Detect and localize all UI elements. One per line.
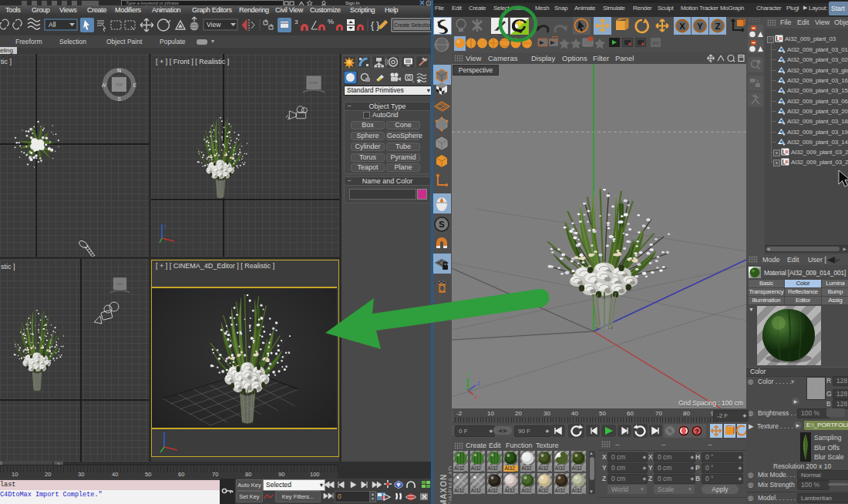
svg-text:LEFT: LEFT <box>117 283 123 286</box>
svg-text:E: E <box>133 82 136 88</box>
svg-text:X: X <box>474 395 478 400</box>
svg-text:Z: Z <box>715 22 721 31</box>
svg-text:W: W <box>102 82 106 88</box>
svg-text:N: N <box>117 68 121 73</box>
svg-text:{ }: { } <box>371 20 379 31</box>
svg-text:Z: Z <box>477 381 481 386</box>
svg-text:X: X <box>679 22 685 31</box>
svg-text:TOP: TOP <box>116 83 123 87</box>
svg-text:Create Selection Se: Create Selection Se <box>394 22 432 28</box>
svg-text:IFF: IFF <box>652 41 659 45</box>
svg-text:%: % <box>328 18 334 25</box>
svg-text:S: S <box>439 220 444 229</box>
svg-text:3: 3 <box>294 18 298 25</box>
svg-text:All: All <box>49 21 56 29</box>
svg-text:FRONT: FRONT <box>310 82 318 85</box>
svg-text:z: z <box>164 223 167 228</box>
svg-text:S: S <box>117 96 121 102</box>
svg-text:Y: Y <box>697 22 703 31</box>
svg-text:Y: Y <box>467 371 471 377</box>
svg-text:View: View <box>207 21 221 29</box>
svg-text:?: ? <box>695 428 699 435</box>
